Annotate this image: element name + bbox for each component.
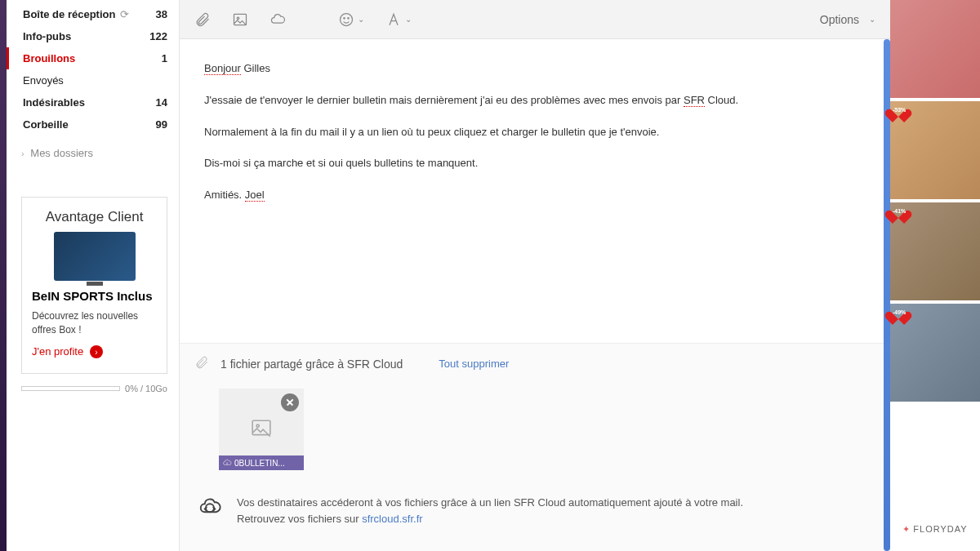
cloud-sync-icon <box>194 495 225 519</box>
attach-file-button[interactable] <box>194 11 211 28</box>
sidebar: Boîte de réception⟳ 38 Info-pubs 122 Bro… <box>7 0 180 551</box>
body-line: Dis-moi si ça marche et si oui quels bul… <box>204 155 866 172</box>
folder-label: Envoyés <box>23 74 64 87</box>
right-ad-column: -53% -41% -49% ✦FLORYDAY <box>890 0 980 551</box>
storage-text: 0% / 10Go <box>125 384 167 393</box>
folder-sent[interactable]: Envoyés <box>7 69 179 91</box>
discount-badge: -41% <box>890 205 906 220</box>
folder-label: Info-pubs <box>23 30 71 42</box>
folder-count: 1 <box>162 52 167 64</box>
ad-tile[interactable]: -53% <box>890 101 980 199</box>
remove-attachment-button[interactable] <box>281 393 299 411</box>
folder-list: Boîte de réception⟳ 38 Info-pubs 122 Bro… <box>7 3 179 136</box>
ad-text: Découvrez les nouvelles offres Box ! <box>32 309 157 337</box>
folder-label: Indésirables <box>23 96 85 109</box>
svg-point-3 <box>344 17 345 18</box>
chevron-down-icon: ⌄ <box>405 15 412 24</box>
storage-meter: 0% / 10Go <box>21 384 167 393</box>
attachment-filename-bar: 0BULLETIN... <box>219 455 304 470</box>
attachment-thumbnail[interactable]: 0BULLETIN... <box>219 389 304 470</box>
ad-tile[interactable] <box>890 0 980 98</box>
image-placeholder-icon <box>248 418 274 442</box>
attachment-filename: 0BULLETIN... <box>234 459 285 468</box>
cloud-attach-button[interactable] <box>270 11 286 28</box>
storage-bar <box>21 386 120 391</box>
body-line: Bonjour Gilles <box>204 60 866 78</box>
cloud-note: Vos destinataires accéderont à vos fichi… <box>194 495 875 527</box>
sidebar-ad[interactable]: Avantage Client BeIN SPORTS Inclus Décou… <box>21 197 167 374</box>
folder-trash[interactable]: Corbeille 99 <box>7 113 179 136</box>
font-format-button[interactable]: ⌄ <box>385 11 412 28</box>
ad-tile[interactable]: -49% <box>890 304 980 402</box>
svg-point-2 <box>341 13 353 25</box>
chevron-down-icon: ⌄ <box>869 15 875 24</box>
folder-count: 99 <box>156 118 167 131</box>
folder-count: 122 <box>149 30 167 42</box>
svg-point-1 <box>237 17 239 19</box>
ad-cta-label: J'en profite <box>32 345 83 358</box>
cloud-note-text: Vos destinataires accéderont à vos fichi… <box>237 495 743 527</box>
body-line: Amitiés. Joel <box>204 187 866 204</box>
folder-label: Brouillons <box>23 52 75 64</box>
chevron-right-icon: › <box>21 149 24 158</box>
options-button[interactable]: Options ⌄ <box>820 13 875 26</box>
svg-rect-5 <box>252 420 270 434</box>
folder-spam[interactable]: Indésirables 14 <box>7 91 179 113</box>
insert-image-button[interactable] <box>232 11 248 28</box>
compose-pane: ⌄ ⌄ Options ⌄ Bonjour Gilles J'essaie de… <box>180 0 890 551</box>
ad-tile[interactable]: -41% <box>890 202 980 300</box>
attachments-header: 1 fichier partagé grâce à SFR Cloud Tout… <box>194 355 875 372</box>
svg-point-6 <box>256 424 259 427</box>
my-folders-label: Mes dossiers <box>30 147 93 159</box>
folder-count: 38 <box>156 8 167 20</box>
attachments-section: 1 fichier partagé grâce à SFR Cloud Tout… <box>180 343 890 551</box>
discount-badge: -49% <box>890 306 906 321</box>
chevron-down-icon: ⌄ <box>358 15 364 24</box>
body-line: Normalement à la fin du mail il y a un l… <box>204 124 866 141</box>
window-edge <box>0 0 7 551</box>
my-folders-toggle[interactable]: › Mes dossiers <box>7 136 179 164</box>
body-line: J'essaie de t'envoyer le dernier bulleti… <box>204 92 866 109</box>
paperclip-icon <box>194 355 209 372</box>
ad-cta[interactable]: J'en profite › <box>32 345 157 359</box>
ad-title: Avantage Client <box>32 209 157 225</box>
folder-count: 14 <box>156 96 167 109</box>
folder-label: Corbeille <box>23 118 69 131</box>
folder-label: Boîte de réception <box>23 8 115 20</box>
compose-body[interactable]: Bonjour Gilles J'essaie de t'envoyer le … <box>180 39 890 343</box>
emoji-button[interactable]: ⌄ <box>338 11 364 28</box>
compose-toolbar: ⌄ ⌄ Options ⌄ <box>180 0 890 39</box>
folder-drafts[interactable]: Brouillons 1 <box>7 47 179 69</box>
svg-point-4 <box>348 17 349 18</box>
ad-headline: BeIN SPORTS Inclus <box>32 289 157 303</box>
sfrcloud-link[interactable]: sfrcloud.sfr.fr <box>362 513 422 525</box>
ad-image <box>54 232 136 281</box>
discount-badge: -53% <box>890 104 906 118</box>
delete-all-button[interactable]: Tout supprimer <box>439 358 509 370</box>
attachments-title: 1 fichier partagé grâce à SFR Cloud <box>220 358 403 371</box>
ad-brand-logo[interactable]: ✦FLORYDAY <box>890 508 980 551</box>
folder-inbox[interactable]: Boîte de réception⟳ 38 <box>7 3 179 25</box>
folder-infopubs[interactable]: Info-pubs 122 <box>7 25 179 47</box>
options-label: Options <box>820 13 859 26</box>
chevron-right-icon: › <box>90 345 103 358</box>
refresh-icon[interactable]: ⟳ <box>120 8 129 20</box>
